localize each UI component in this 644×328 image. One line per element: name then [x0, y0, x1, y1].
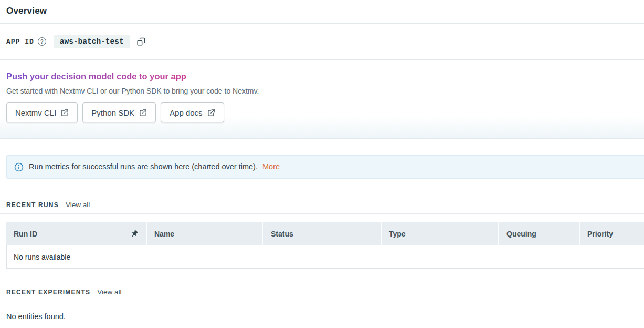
recent-runs-view-all-link[interactable]: View all — [66, 201, 90, 209]
page-title: Overview — [6, 6, 638, 16]
app-docs-label: App docs — [170, 108, 203, 117]
column-header-run-id: Run ID — [6, 222, 147, 245]
experiments-empty-message: No entities found. — [0, 312, 644, 321]
nextmv-cli-button[interactable]: Nextmv CLI — [6, 102, 78, 122]
column-header-status: Status — [263, 222, 382, 245]
external-link-icon — [139, 109, 147, 117]
app-docs-button[interactable]: App docs — [161, 102, 224, 122]
recent-runs-title: RECENT RUNS — [6, 201, 59, 209]
column-header-priority: Priority — [580, 222, 644, 245]
help-icon[interactable]: ? — [38, 37, 46, 46]
nextmv-cli-label: Nextmv CLI — [15, 108, 56, 117]
recent-runs-header: RECENT RUNS View all — [0, 201, 644, 209]
push-section-title: Push your decision model code to your ap… — [6, 71, 186, 82]
external-link-icon — [207, 109, 215, 117]
recent-experiments-section: RECENT EXPERIMENTS View all No entities … — [0, 288, 644, 321]
app-id-value: aws-batch-test — [54, 35, 130, 48]
info-banner-message: Run metrics for successful runs are show… — [29, 162, 258, 171]
info-icon — [14, 162, 24, 172]
divider — [0, 213, 644, 214]
divider — [0, 301, 644, 301]
push-buttons-row: Nextmv CLI Python SDK App docs — [6, 102, 638, 122]
column-header-type: Type — [382, 222, 499, 245]
python-sdk-button[interactable]: Python SDK — [82, 102, 156, 122]
recent-runs-table: Run ID Name Status Type Queuing Priority… — [6, 222, 644, 269]
push-code-section: Push your decision model code to your ap… — [0, 60, 644, 139]
info-banner: Run metrics for successful runs are show… — [6, 155, 644, 179]
runs-empty-row: No runs available — [6, 245, 644, 269]
page-header: Overview — [0, 0, 644, 24]
push-section-subtitle: Get started with Nextmv CLI or our Pytho… — [6, 86, 638, 96]
copy-app-id-button[interactable] — [136, 37, 145, 46]
table-header-row: Run ID Name Status Type Queuing Priority — [6, 222, 644, 245]
recent-experiments-header: RECENT EXPERIMENTS View all — [0, 288, 644, 296]
copy-icon — [136, 37, 145, 46]
recent-runs-section: RECENT RUNS View all Run ID Name Status … — [0, 201, 644, 269]
external-link-icon — [61, 109, 69, 117]
recent-experiments-view-all-link[interactable]: View all — [97, 288, 121, 296]
app-id-row: APP ID ? aws-batch-test — [0, 24, 644, 60]
column-header-run-id-label: Run ID — [14, 230, 37, 238]
info-banner-text: Run metrics for successful runs are show… — [29, 162, 280, 172]
python-sdk-label: Python SDK — [91, 108, 134, 117]
recent-experiments-title: RECENT EXPERIMENTS — [6, 289, 90, 296]
column-header-name: Name — [147, 222, 263, 245]
more-link[interactable]: More — [262, 162, 280, 171]
column-header-queuing: Queuing — [499, 222, 580, 245]
pin-icon[interactable] — [129, 228, 141, 240]
app-id-label: APP ID — [6, 38, 34, 46]
